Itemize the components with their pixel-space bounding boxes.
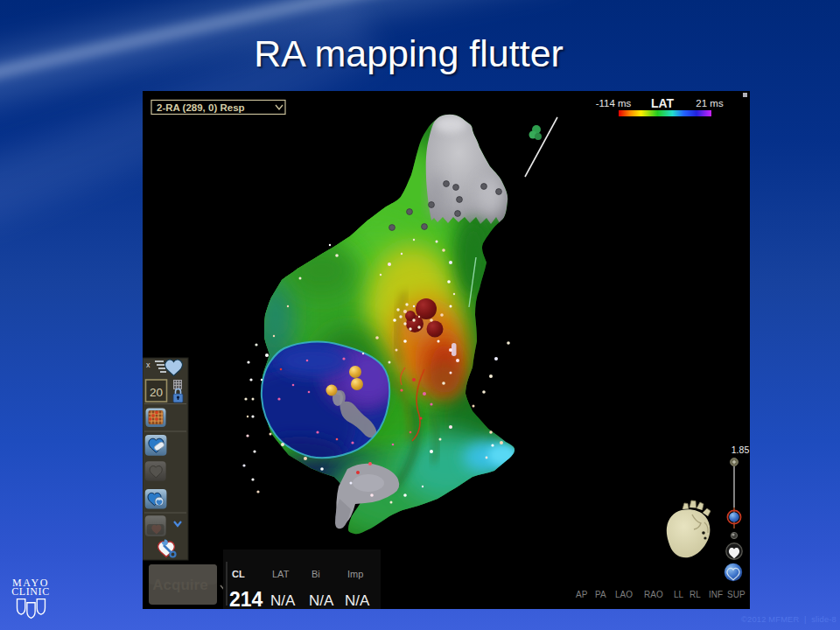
svg-text:1.85: 1.85: [732, 444, 750, 455]
svg-text:-114 ms: -114 ms: [596, 98, 632, 108]
svg-text:RL: RL: [690, 590, 701, 599]
svg-text:INF: INF: [709, 590, 723, 599]
svg-text:Bi: Bi: [312, 569, 320, 579]
svg-text:Acquire: Acquire: [152, 577, 207, 593]
svg-text:AP: AP: [576, 590, 588, 599]
svg-text:LL: LL: [674, 590, 684, 599]
svg-text:LAT: LAT: [272, 569, 290, 579]
svg-text:N/A: N/A: [309, 592, 334, 609]
svg-text:CL: CL: [232, 569, 245, 579]
svg-text:2-RA (289, 0) Resp: 2-RA (289, 0) Resp: [157, 102, 245, 113]
svg-text:N/A: N/A: [270, 592, 296, 609]
svg-text:21 ms: 21 ms: [696, 98, 724, 108]
svg-text:214: 214: [229, 588, 263, 609]
svg-text:LAT: LAT: [651, 96, 675, 110]
svg-text:SUP: SUP: [727, 590, 746, 599]
svg-text:N/A: N/A: [345, 592, 370, 609]
svg-text:LAO: LAO: [615, 590, 633, 599]
svg-text:x: x: [146, 360, 150, 369]
svg-text:PA: PA: [595, 590, 606, 599]
svg-text:Imp: Imp: [347, 569, 363, 579]
svg-text:20: 20: [150, 386, 163, 399]
svg-text:RAO: RAO: [644, 590, 663, 599]
